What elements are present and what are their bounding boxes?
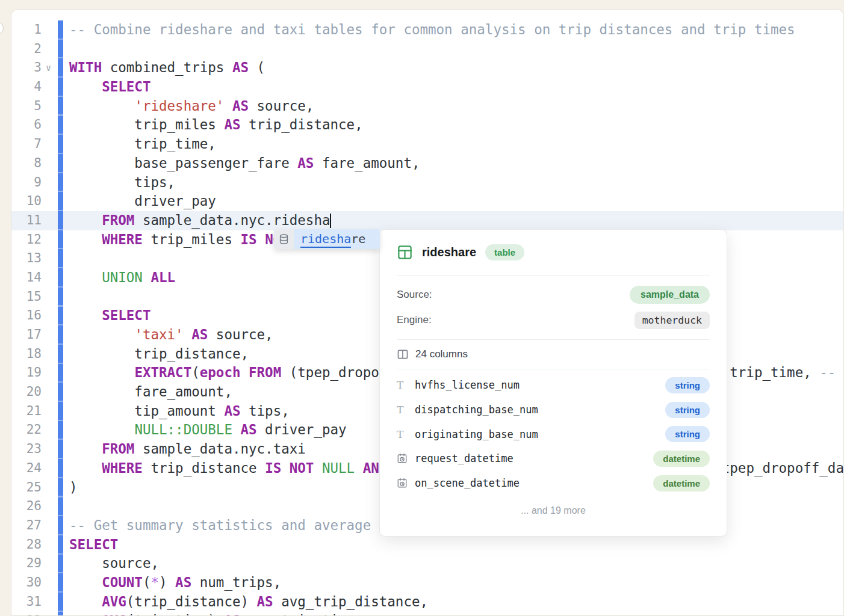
line-number: 23 [11,440,42,459]
line-number: 14 [11,268,42,288]
code-text: fare_amount, [69,383,232,402]
line-number: 21 [11,402,42,421]
code-text: SELECT [69,78,150,97]
code-text: tips, [69,173,175,192]
code-text: WITH combined_trips AS ( [69,58,265,78]
columns-icon [397,348,409,360]
line-number: 29 [11,554,42,573]
code-text: driver_pay [69,192,216,211]
autocomplete-item-rideshare[interactable]: rideshare [274,229,380,249]
autocomplete-label: rideshare [294,229,380,249]
line-number: 8 [11,154,42,173]
type-badge: string [665,377,710,393]
line-number: 28 [11,535,42,555]
text-type-icon: T [397,404,415,416]
code-line[interactable]: 32 AVG(trip_time) AS avg_trip_time, [11,611,843,616]
code-line[interactable]: 11 FROM sample_data.nyc.ridesha [11,211,843,230]
line-number: 30 [11,573,42,593]
columns-count-row: 24 columns [397,340,710,369]
code-text: 'taxi' AS source, [69,325,273,345]
code-text: SELECT [69,535,118,555]
engine-row: Engine: motherduck [397,307,710,333]
code-text: UNION ALL [69,268,175,288]
changed-lines-gutter-bar [58,20,63,615]
calendar-clock-icon [397,478,415,488]
code-line[interactable]: 7 trip_time, [11,135,843,154]
type-badge: string [665,402,710,418]
column-name: originating_base_num [415,428,665,440]
line-number: 27 [11,516,42,535]
code-line[interactable]: 10 driver_pay [11,192,843,211]
line-number: 15 [11,288,42,307]
line-number: 17 [11,325,42,345]
type-badge: datetime [653,451,710,467]
code-line[interactable]: 3∨WITH combined_trips AS ( [11,58,843,78]
autocomplete-matched-text: ridesha [300,232,351,248]
code-text: ) [69,478,78,497]
code-text: FROM sample_data.nyc.taxi [69,440,306,459]
code-line[interactable]: 5 'rideshare' AS source, [11,97,843,116]
code-text: FROM sample_data.nyc.ridesha [69,211,331,230]
source-value-badge: sample_data [630,286,710,304]
code-line[interactable]: 8 base_passenger_fare AS fare_amount, [11,154,843,173]
engine-label: Engine: [397,314,432,326]
code-line[interactable]: 4 SELECT [11,78,843,97]
code-text: AVG(trip_time) AS avg_trip_time, [69,611,363,616]
line-number: 32 [11,611,42,616]
code-line[interactable]: 30 COUNT(*) AS num_trips, [11,573,843,593]
table-meta-section: Source: sample_data Engine: motherduck [397,276,710,340]
line-number: 31 [11,593,42,612]
fold-chevron-icon[interactable]: ∨ [46,59,51,78]
line-number: 18 [11,345,42,364]
code-line[interactable]: 2 [11,40,843,59]
code-text: COUNT(*) AS num_trips, [69,573,281,593]
calendar-clock-icon [397,453,415,464]
line-number: 3 [11,58,42,78]
column-name: hvfhs_license_num [415,379,665,391]
code-text: SELECT [69,306,150,325]
code-line[interactable]: 28SELECT [11,535,843,555]
line-number: 24 [11,459,42,478]
columns-list: Thvfhs_license_numstringTdispatching_bas… [397,369,710,495]
code-text: trip_time, [69,135,216,154]
collapsed-sidebar-toggle[interactable] [0,22,4,35]
column-row: on_scene_datetimedatetime [397,471,710,496]
table-info-popup: rideshare table Source: sample_data Engi… [379,229,727,537]
line-number: 11 [11,211,42,230]
code-line[interactable]: 31 AVG(trip_distance) AS avg_trip_distan… [11,593,843,612]
text-cursor [330,214,331,228]
column-row: Thvfhs_license_numstring [397,373,710,398]
column-row: Toriginating_base_numstring [397,422,710,446]
line-number: 20 [11,383,42,402]
more-columns-label: ... and 19 more [397,495,710,526]
code-line[interactable]: 29 source, [11,554,843,573]
code-text: NULL::DOUBLE AS driver_pay [69,420,347,440]
code-line[interactable]: 6 trip_miles AS trip_distance, [11,116,843,135]
code-text: trip_distance, [69,345,249,364]
source-row: Source: sample_data [397,282,710,307]
table-badge: table [485,244,524,260]
line-number: 13 [11,249,42,268]
line-number: 10 [11,192,42,211]
line-number: 22 [11,420,42,440]
line-number: 26 [11,497,42,516]
database-icon [274,229,294,249]
column-row: request_datetimedatetime [397,446,710,471]
table-popup-header: rideshare table [397,230,710,276]
code-text: -- Combine rideshare and taxi tables for… [69,20,795,40]
type-badge: string [665,426,710,442]
column-name: on_scene_datetime [415,477,653,489]
line-number: 1 [11,20,42,40]
table-title: rideshare [422,245,476,259]
code-line[interactable]: 1-- Combine rideshare and taxi tables fo… [11,20,843,40]
column-row: Tdispatching_base_numstring [397,398,710,422]
code-line[interactable]: 9 tips, [11,173,843,192]
line-number: 16 [11,306,42,325]
line-number: 5 [11,97,42,116]
source-label: Source: [397,289,432,301]
line-number: 4 [11,78,42,97]
engine-value-badge: motherduck [635,312,710,329]
line-number: 9 [11,173,42,192]
code-text: AVG(trip_distance) AS avg_trip_distance, [69,593,428,612]
column-name: request_datetime [415,452,653,464]
